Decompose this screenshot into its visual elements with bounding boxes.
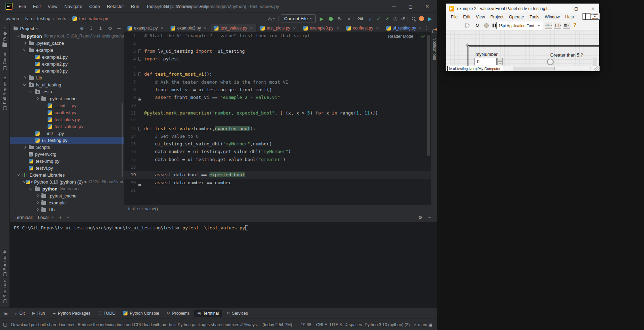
code-line[interactable]: 13def test_set_value(number,expected_boo…	[124, 125, 431, 133]
menu-item-refactor[interactable]: Refactor	[104, 3, 127, 10]
fold-marker-icon[interactable]	[138, 127, 141, 130]
context-function[interactable]: test_set_value()	[128, 206, 158, 211]
breadcrumb-item[interactable]: tests	[57, 16, 66, 21]
abort-button[interactable]	[483, 22, 490, 29]
labview-close-button[interactable]: ✕	[588, 4, 598, 13]
tree-row[interactable]: test_values.py	[10, 123, 124, 130]
rollback-button[interactable]: ↺	[399, 14, 407, 23]
git-update-button[interactable]: ↙	[366, 14, 374, 23]
tree-row[interactable]: conftest.py	[10, 109, 124, 116]
tree-row[interactable]: External Libraries	[10, 171, 124, 178]
tree-row[interactable]: tests	[10, 88, 124, 95]
code-line[interactable]: 7 # Ask the tester daemon what is the fr…	[124, 78, 431, 86]
new-terminal-button[interactable]: +	[59, 214, 62, 220]
code-line[interactable]: 8 front_most_vi = ui_testing.get_front_m…	[124, 86, 431, 94]
code-line[interactable]: 5	[124, 63, 431, 70]
tab-ui_testing.py[interactable]: ui_testing.py✕	[383, 24, 426, 32]
code-line[interactable]: 14 # Set value to 0	[124, 133, 431, 140]
chevron-right-icon[interactable]	[23, 146, 26, 149]
menu-item-file[interactable]: File	[16, 3, 29, 10]
align-objects-button[interactable]: ⊣⊢	[545, 22, 552, 29]
project-context-tab[interactable]: lv-ui-testing.lvproj/My Computer	[447, 66, 502, 71]
run-continuous-button[interactable]: ↻	[474, 22, 481, 29]
git-commit-button[interactable]: ✓	[374, 14, 383, 23]
code-line[interactable]: 15 ui_testing.set_value_dbl("myNumber",n…	[124, 140, 431, 148]
menu-item-code[interactable]: Code	[86, 3, 103, 10]
sidebar-item-pull-requests[interactable]: Pull Requests	[0, 77, 10, 110]
tree-row[interactable]: ui_testing.py	[10, 137, 124, 144]
tree-row[interactable]: pyvenv.cfg	[10, 151, 124, 158]
labview-menu-item-edit[interactable]: Edit	[461, 14, 472, 20]
close-button[interactable]: ✕	[420, 0, 434, 12]
boolean-led-indicator[interactable]	[547, 59, 554, 65]
collapse-all-button[interactable]: ↥	[99, 26, 102, 31]
front-panel[interactable]: myNumber 0 ▲▼ Greater than 5 ?	[446, 30, 599, 66]
minimize-button[interactable]: ─	[387, 0, 401, 12]
tree-row[interactable]: pythonlibrary root	[10, 185, 124, 192]
tab-example3.py[interactable]: example3.py✕	[300, 24, 343, 32]
terminal-tab-local[interactable]: Local✕	[38, 215, 54, 220]
code-area[interactable]: 1# Start the VI "example 2 - value" firs…	[124, 32, 431, 194]
hide-terminal-button[interactable]: ─	[428, 215, 431, 220]
resize-objects-button[interactable]: ⬒	[563, 22, 570, 29]
stop-button[interactable]: ■	[345, 14, 353, 23]
labview-menu-item-view[interactable]: View	[474, 14, 487, 20]
tab-test_plots.py[interactable]: test_plots.py✕	[257, 24, 300, 32]
chevron-down-icon[interactable]	[30, 90, 32, 93]
more-tabs-icon[interactable]: ⋮	[424, 25, 429, 31]
chevron-down-icon[interactable]	[17, 173, 20, 176]
sidebar-item-commit[interactable]: Commit	[0, 49, 10, 70]
tree-row[interactable]: Lib	[10, 74, 124, 81]
editor[interactable]: example1.py✕example2.py✕test_values.py✕t…	[124, 24, 431, 213]
fold-marker-icon[interactable]	[138, 57, 141, 61]
chevron-right-icon[interactable]	[23, 76, 26, 79]
project-panel-title[interactable]: Project	[20, 26, 34, 31]
status-item-19-38[interactable]: 19:38	[301, 319, 311, 330]
tree-row[interactable]: testVi.py	[10, 164, 124, 171]
code-line[interactable]: 2	[124, 40, 431, 47]
numeric-spinner[interactable]: ▲▼	[497, 58, 503, 65]
editor-scrollbar[interactable]	[427, 35, 430, 156]
status-item-python-3-10-python-2-[interactable]: Python 3.10 (python) (2)	[365, 319, 410, 330]
tree-row[interactable]: test-0mq.py	[10, 158, 124, 164]
close-icon[interactable]: ✕	[250, 26, 253, 30]
breadcrumb-item[interactable]: python	[6, 16, 19, 21]
tree-row[interactable]: < Python 3.10 (python) (2) >C:\Git_Repos…	[10, 178, 124, 185]
run-coverage-button[interactable]: ↻	[336, 14, 344, 23]
sidebar-item-structure[interactable]: Structure	[0, 280, 10, 303]
tree-row[interactable]: example3.py	[10, 67, 124, 74]
code-line[interactable]: 20 assert data_number == number	[124, 179, 431, 187]
distribute-objects-button[interactable]: ⋮⋮	[554, 22, 561, 29]
tree-row[interactable]: .pytest_cache	[10, 192, 124, 199]
notifications-tab-label[interactable]: Notifications	[432, 37, 437, 60]
lock-icon[interactable]	[429, 319, 432, 330]
tool-window-button-python-packages[interactable]: ≣Python Packages	[50, 310, 94, 317]
labview-maximize-button[interactable]: ▢	[571, 4, 581, 13]
tool-window-button-services[interactable]: ⚙Services	[223, 310, 251, 317]
pause-button[interactable]	[491, 22, 497, 29]
labview-menu-item-operate[interactable]: Operate	[507, 14, 526, 20]
chevron-right-icon[interactable]	[23, 42, 26, 44]
sidebar-item-bookmarks[interactable]: Bookmarks	[0, 248, 10, 276]
code-line[interactable]: 19 assert data_bool == expected_bool	[124, 171, 431, 179]
history-icon[interactable]: ◷	[391, 14, 399, 23]
chevron-right-icon[interactable]	[36, 97, 39, 100]
tree-row[interactable]: test_plots.py	[10, 116, 124, 123]
tool-window-button-git[interactable]: ⑃Git	[12, 310, 28, 317]
panel-vertical-scrollbar[interactable]	[592, 57, 597, 66]
font-selector[interactable]: 15pt Application Font	[496, 22, 542, 29]
code-line[interactable]: 11@pytest.mark.parametrize("number, expe…	[124, 109, 431, 117]
labview-menu-item-project[interactable]: Project	[488, 14, 505, 20]
chevron-down-icon[interactable]	[23, 83, 26, 86]
labview-minimize-button[interactable]: ─	[554, 4, 565, 13]
terminal-output[interactable]: PS C:\Git_Repos\lv-ui-testing\src\python…	[10, 222, 437, 307]
code-line[interactable]: 18	[124, 163, 431, 171]
run-vi-button[interactable]	[464, 22, 471, 29]
labview-menu-item-tools[interactable]: Tools	[528, 14, 542, 20]
tool-window-button-run[interactable]: ▶Run	[29, 310, 48, 317]
menu-item-run[interactable]: Run	[128, 3, 142, 10]
tree-row[interactable]: Lib	[10, 206, 124, 213]
debug-button[interactable]	[327, 14, 335, 23]
chevron-right-icon[interactable]	[36, 201, 39, 204]
breadcrumb-item[interactable]: test_values.py	[79, 16, 108, 21]
